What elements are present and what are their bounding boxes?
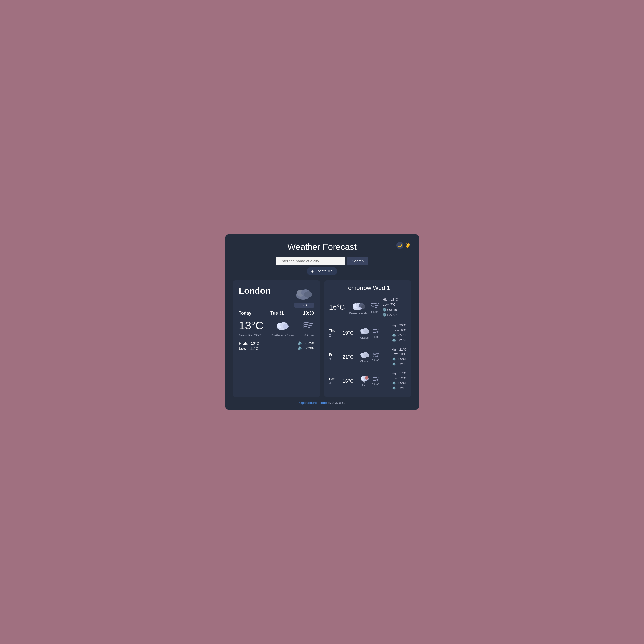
forecast-panel: Tomorrow Wed 1 16°C Broken clouds	[324, 280, 411, 397]
sun-stats: ⚙️↑ 05:50 ⚙️↓ 22:06	[298, 341, 314, 351]
tomorrow-wind-speed: 3 km/h	[370, 310, 380, 313]
svg-point-21	[364, 354, 369, 358]
app-container: Weather Forecast 🌙 ☀️ Search ◈ Locate Me…	[225, 234, 419, 410]
forecast-day-wind-section: 4 km/h	[372, 328, 380, 338]
tomorrow-row: 16°C Broken clouds	[329, 295, 406, 320]
tomorrow-high: High: 18°C	[383, 297, 398, 302]
forecast-day-condition: Clouds	[360, 336, 369, 339]
forecast-day-details: High: 17°C Low: 12°C ⚙️↑ 05:47 ⚙️↓ 22:10	[391, 371, 406, 391]
condition-label: Scattered clouds	[270, 334, 295, 337]
tomorrow-sunset: ⚙️↓ 22:07	[383, 312, 398, 317]
main-grid: London GB Today Tue 31 19:30	[233, 280, 411, 397]
search-button[interactable]: Search	[347, 257, 368, 265]
current-weather-icon	[275, 320, 290, 331]
forecast-day-row: Fri 3 21°C Clouds 6 km/h	[329, 345, 406, 369]
current-temp: 13°C	[239, 319, 264, 332]
sunset-value: 22:06	[305, 346, 314, 350]
tomorrow-cloud-icon	[351, 300, 365, 311]
day-label: Today	[239, 310, 252, 316]
forecast-day-condition: Rain	[360, 384, 369, 387]
sunrise-stat: ⚙️↑ 05:50	[298, 341, 314, 345]
dark-mode-button[interactable]: 🌙	[396, 242, 403, 249]
svg-point-26	[365, 376, 368, 380]
tomorrow-low: Low: 7°C	[383, 302, 398, 307]
theme-toggle: 🌙 ☀️	[396, 242, 411, 249]
time-label: 19:30	[303, 310, 314, 316]
tomorrow-details: High: 18°C Low: 7°C ⚙️↑ 05:49 ⚙️↓ 22:07	[383, 297, 398, 317]
svg-line-27	[363, 381, 364, 383]
forecast-day-wind-icon	[372, 328, 380, 334]
wind-speed: 4 km/h	[304, 334, 314, 337]
low-stat: Low: 11°C	[239, 346, 259, 351]
forecast-day-row: Sat 4 16°C Rain	[329, 369, 406, 393]
forecast-day-wind-section: 5 km/h	[372, 376, 380, 386]
sunset-icon: ⚙️↓	[298, 346, 304, 350]
feels-like: Feels like 13°C	[239, 334, 261, 337]
low-value: 11°C	[250, 346, 258, 351]
forecast-day-details: High: 20°C Low: 9°C ⚙️↑ 05:48 ⚙️↓ 22:08	[391, 323, 406, 343]
wind-icon-section	[302, 320, 314, 331]
svg-point-3	[304, 291, 312, 298]
temp-row: 13°C	[239, 319, 314, 332]
tomorrow-wind-icon	[370, 302, 380, 309]
city-row: London GB	[239, 286, 314, 307]
svg-point-17	[364, 330, 369, 334]
moon-icon: 🌙	[398, 243, 402, 247]
current-cloud-icon	[294, 286, 314, 301]
forecast-day-wind-speed: 5 km/h	[372, 383, 380, 386]
forecast-day-wind-speed: 4 km/h	[372, 335, 380, 338]
sunrise-value: 05:50	[305, 341, 314, 345]
forecast-day-wind-icon	[372, 376, 380, 382]
city-name: London	[239, 286, 271, 296]
bottom-stats: High: 16°C Low: 11°C ⚙️↑ 05:50 ⚙️↓	[239, 341, 314, 351]
high-low-section: High: 16°C Low: 11°C	[239, 341, 259, 351]
forecast-day-temp: 21°C	[343, 354, 357, 360]
forecast-day-cloud-section: Clouds	[360, 351, 369, 363]
search-row: Search	[233, 257, 411, 265]
current-weather-panel: London GB Today Tue 31 19:30	[233, 280, 320, 397]
tomorrow-sunrise: ⚙️↑ 05:49	[383, 307, 398, 312]
meta-row: Feels like 13°C Scattered clouds 4 km/h	[239, 334, 314, 337]
source-link[interactable]: Open source code	[299, 401, 327, 405]
forecast-day-temp: 16°C	[343, 378, 357, 384]
forecast-day-details: High: 21°C Low: 10°C ⚙️↑ 05:47 ⚙️↓ 22:09	[391, 347, 406, 367]
footer-suffix: by Sylvia G	[327, 401, 345, 405]
high-label: High:	[239, 341, 249, 345]
date-row: Today Tue 31 19:30	[239, 310, 314, 316]
sun-icon: ☀️	[405, 243, 411, 248]
wind-icon	[302, 320, 314, 330]
footer: Open source code by Sylvia G	[233, 401, 411, 405]
sunrise-icon: ⚙️↑	[298, 341, 304, 345]
country-badge: GB	[294, 303, 314, 307]
city-cloud-section: GB	[294, 286, 314, 307]
forecast-day-condition: Clouds	[360, 360, 369, 363]
tomorrow-temp: 16°C	[329, 303, 346, 311]
low-label: Low:	[239, 346, 248, 351]
search-input[interactable]	[276, 257, 345, 265]
high-value: 16°C	[251, 341, 259, 345]
tomorrow-wind-section: 3 km/h	[370, 302, 380, 313]
locate-row: ◈ Locate Me	[233, 267, 411, 275]
locate-me-button[interactable]: ◈ Locate Me	[307, 267, 337, 275]
svg-line-28	[364, 381, 365, 383]
svg-point-7	[283, 324, 289, 329]
locate-label: Locate Me	[316, 269, 332, 273]
light-mode-button[interactable]: ☀️	[404, 242, 411, 249]
header: Weather Forecast 🌙 ☀️	[233, 242, 411, 252]
forecast-day-label: Fri 3	[329, 353, 340, 362]
high-stat: High: 16°C	[239, 341, 259, 345]
forecast-day-label: Sat 4	[329, 377, 340, 386]
forecast-days: Thu 2 19°C Clouds 4 km/h	[329, 321, 406, 393]
tomorrow-condition: Broken clouds	[349, 312, 367, 315]
tomorrow-cloud-section: Broken clouds	[349, 300, 367, 315]
date-label: Tue 31	[270, 310, 284, 316]
tomorrow-header: Tomorrow Wed 1	[329, 284, 406, 291]
forecast-day-wind-speed: 6 km/h	[372, 359, 380, 362]
forecast-day-temp: 19°C	[343, 330, 357, 336]
app-title: Weather Forecast	[287, 242, 357, 252]
forecast-day-row: Thu 2 19°C Clouds 4 km/h	[329, 321, 406, 345]
locate-icon: ◈	[311, 269, 314, 273]
forecast-day-wind-icon	[372, 352, 380, 358]
sunset-stat: ⚙️↓ 22:06	[298, 346, 314, 350]
forecast-day-wind-section: 6 km/h	[372, 352, 380, 362]
